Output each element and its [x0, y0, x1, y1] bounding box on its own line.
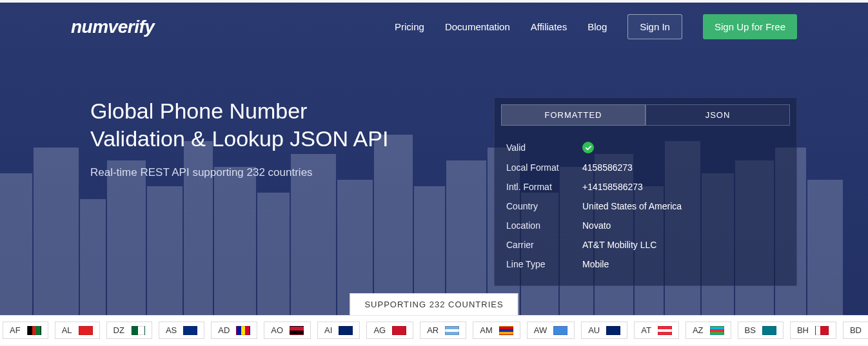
country-code: AS — [166, 325, 177, 335]
nav-blog[interactable]: Blog — [587, 21, 607, 32]
country-chip-bs[interactable]: BS — [738, 322, 784, 339]
label-country: Country — [506, 201, 582, 211]
flag-icon — [710, 326, 724, 335]
tab-json[interactable]: JSON — [646, 104, 790, 126]
country-code: AR — [427, 325, 439, 335]
check-icon — [582, 142, 594, 153]
country-code: DZ — [113, 325, 124, 335]
sign-up-button[interactable]: Sign Up for Free — [703, 14, 797, 39]
country-code: BD — [850, 325, 862, 335]
country-chip-bd[interactable]: BD — [843, 322, 868, 339]
country-code: AI — [324, 325, 332, 335]
hero-content: Global Phone Number Validation & Lookup … — [0, 39, 868, 286]
flag-icon — [606, 326, 620, 335]
country-chip-at[interactable]: AT — [634, 322, 679, 339]
row-intl-format: Intl. Format +14158586273 — [506, 177, 785, 197]
sign-in-button[interactable]: Sign In — [627, 14, 682, 39]
subheadline: Real-time REST API supporting 232 countr… — [90, 166, 455, 179]
country-chip-az[interactable]: AZ — [686, 322, 731, 339]
result-panel: FORMATTED JSON Valid Local Format 415858… — [494, 97, 797, 286]
country-chip-as[interactable]: AS — [159, 322, 204, 339]
headline-line1: Global Phone Number — [90, 99, 307, 123]
flag-icon — [339, 326, 353, 335]
country-chip-al[interactable]: AL — [55, 322, 100, 339]
flag-icon — [392, 326, 406, 335]
label-local-format: Local Format — [506, 162, 582, 173]
value-country: United States of America — [582, 201, 682, 211]
flag-icon — [815, 326, 829, 335]
tab-formatted[interactable]: FORMATTED — [501, 104, 646, 126]
nav-documentation[interactable]: Documentation — [445, 21, 510, 32]
label-intl-format: Intl. Format — [506, 182, 582, 192]
hero: numverify Pricing Documentation Affiliat… — [0, 3, 868, 315]
nav-links: Pricing Documentation Affiliates Blog Si… — [395, 14, 797, 39]
country-chip-af[interactable]: AF — [3, 322, 48, 339]
country-code: AW — [534, 325, 547, 335]
row-valid: Valid — [506, 137, 785, 158]
row-line-type: Line Type Mobile — [506, 255, 785, 274]
value-valid — [582, 142, 594, 153]
country-code: AL — [62, 325, 72, 335]
value-carrier: AT&T Mobility LLC — [582, 240, 656, 250]
country-code: AM — [480, 325, 493, 335]
logo[interactable]: numverify — [71, 17, 154, 37]
flag-icon — [553, 326, 567, 335]
headline-line2: Validation & Lookup JSON API — [90, 126, 388, 151]
flag-icon — [762, 326, 776, 335]
supporting-countries-badge: SUPPORTING 232 COUNTRIES — [350, 293, 518, 315]
value-local-format: 4158586273 — [582, 162, 633, 173]
value-location: Novato — [582, 220, 611, 231]
flag-icon — [499, 326, 513, 335]
country-strip[interactable]: AF AL DZ AS AD AO AI AG AR AM AW AU AT A… — [0, 315, 868, 345]
flag-icon — [131, 326, 145, 335]
label-carrier: Carrier — [506, 240, 582, 250]
country-code: AO — [271, 325, 283, 335]
country-chip-dz[interactable]: DZ — [106, 322, 152, 339]
value-line-type: Mobile — [582, 259, 609, 269]
label-location: Location — [506, 220, 582, 231]
nav-pricing[interactable]: Pricing — [395, 21, 424, 32]
country-chip-ag[interactable]: AG — [366, 322, 413, 339]
country-code: AG — [373, 325, 386, 335]
flag-icon — [290, 326, 304, 335]
country-chip-au[interactable]: AU — [581, 322, 627, 339]
navbar: numverify Pricing Documentation Affiliat… — [0, 3, 868, 39]
country-code: BH — [797, 325, 809, 335]
nav-affiliates[interactable]: Affiliates — [531, 21, 567, 32]
flag-icon — [236, 326, 250, 335]
flag-icon — [79, 326, 93, 335]
value-intl-format: +14158586273 — [582, 182, 643, 192]
label-valid: Valid — [506, 142, 582, 153]
hero-left: Global Phone Number Validation & Lookup … — [90, 97, 455, 286]
result-rows: Valid Local Format 4158586273 Intl. Form… — [501, 135, 790, 274]
country-chip-ai[interactable]: AI — [317, 322, 360, 339]
flag-icon — [183, 326, 197, 335]
flag-icon — [445, 326, 459, 335]
row-local-format: Local Format 4158586273 — [506, 158, 785, 177]
country-code: AD — [218, 325, 230, 335]
country-code: AF — [10, 325, 21, 335]
country-chip-ao[interactable]: AO — [264, 322, 311, 339]
row-country: Country United States of America — [506, 197, 785, 216]
label-line-type: Line Type — [506, 259, 582, 269]
row-location: Location Novato — [506, 216, 785, 235]
country-code: AU — [588, 325, 600, 335]
flag-icon — [658, 326, 672, 335]
country-code: AT — [641, 325, 651, 335]
country-code: AZ — [693, 325, 704, 335]
country-chip-am[interactable]: AM — [473, 322, 520, 339]
flag-icon — [27, 326, 41, 335]
row-carrier: Carrier AT&T Mobility LLC — [506, 235, 785, 255]
country-chip-aw[interactable]: AW — [527, 322, 575, 339]
headline: Global Phone Number Validation & Lookup … — [90, 97, 455, 152]
country-chip-ar[interactable]: AR — [420, 322, 466, 339]
country-chip-bh[interactable]: BH — [790, 322, 836, 339]
country-code: BS — [745, 325, 756, 335]
country-chip-ad[interactable]: AD — [211, 322, 257, 339]
panel-tabs: FORMATTED JSON — [501, 104, 790, 126]
